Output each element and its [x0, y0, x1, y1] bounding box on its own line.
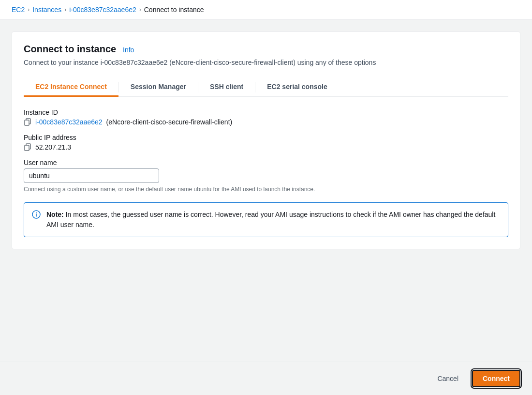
note-body: In most cases, the guessed user name is … [46, 211, 495, 228]
public-ip-value: 52.207.21.3 [35, 143, 71, 151]
info-link[interactable]: Info [123, 46, 134, 54]
user-name-label: User name [24, 159, 508, 167]
instance-id-copy-icon[interactable] [24, 118, 31, 126]
user-name-input[interactable] [24, 168, 159, 183]
page-subtitle: Connect to your instance i-00c83e87c32aa… [24, 59, 508, 66]
instance-id-value-row: i-00c83e87c32aae6e2 (eNcore-client-cisco… [24, 118, 508, 126]
tab-session-manager[interactable]: Session Manager [119, 78, 198, 97]
breadcrumb-sep-2: › [64, 6, 66, 13]
footer-bar: Cancel Connect [0, 362, 532, 395]
svg-point-6 [36, 213, 37, 213]
note-bold: Note: [46, 211, 64, 218]
breadcrumb-instances[interactable]: Instances [32, 6, 61, 14]
tabs-container: EC2 Instance Connect Session Manager SSH… [24, 78, 508, 97]
public-ip-label: Public IP address [24, 134, 508, 141]
public-ip-field-group: Public IP address 52.207.21.3 [24, 134, 508, 151]
svg-rect-3 [25, 145, 29, 151]
instance-id-suffix: (eNcore-client-cisco-secure-firewall-cli… [106, 118, 233, 126]
main-card: Connect to instance Info Connect to your… [12, 31, 520, 249]
tab-ec2-serial-console[interactable]: EC2 serial console [255, 78, 339, 97]
page-title: Connect to instance [24, 44, 116, 54]
note-text: Note: In most cases, the guessed user na… [46, 210, 500, 230]
note-info-icon [32, 210, 41, 220]
breadcrumb-instance-id[interactable]: i-00c83e87c32aae6e2 [69, 6, 136, 14]
breadcrumb-sep-1: › [28, 6, 30, 13]
breadcrumb-current: Connect to instance [144, 6, 204, 14]
svg-rect-1 [25, 120, 29, 125]
cancel-button[interactable]: Cancel [429, 372, 466, 385]
instance-id-field-group: Instance ID i-00c83e87c32aae6e2 (eNcore-… [24, 108, 508, 126]
breadcrumb-sep-3: › [139, 6, 141, 13]
breadcrumb-ec2[interactable]: EC2 [12, 6, 25, 14]
tab-ec2-instance-connect[interactable]: EC2 Instance Connect [24, 78, 118, 97]
page-content: Connect to instance Info Connect to your… [0, 20, 532, 362]
note-box: Note: In most cases, the guessed user na… [24, 202, 508, 237]
public-ip-value-row: 52.207.21.3 [24, 143, 508, 151]
tab-content: Instance ID i-00c83e87c32aae6e2 (eNcore-… [24, 97, 508, 237]
card-header: Connect to instance Info [24, 44, 508, 55]
instance-id-link[interactable]: i-00c83e87c32aae6e2 [35, 118, 103, 126]
instance-id-label: Instance ID [24, 108, 508, 116]
breadcrumb: EC2 › Instances › i-00c83e87c32aae6e2 › … [0, 0, 532, 20]
user-name-field-group: User name Connect using a custom user na… [24, 159, 508, 193]
public-ip-copy-icon[interactable] [24, 143, 31, 151]
tab-ssh-client[interactable]: SSH client [198, 78, 255, 97]
connect-button[interactable]: Connect [472, 370, 520, 387]
user-name-hint: Connect using a custom user name, or use… [24, 186, 508, 193]
